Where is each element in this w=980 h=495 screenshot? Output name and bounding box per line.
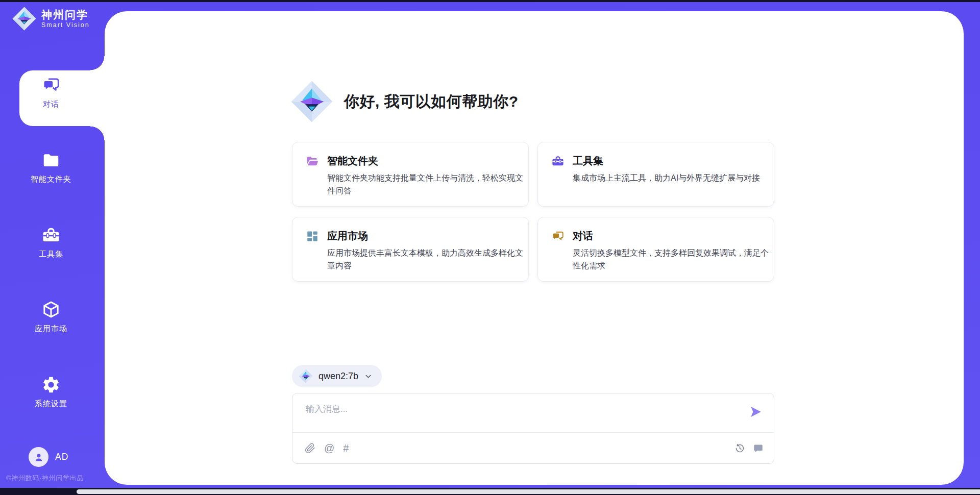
scrollbar-thumb[interactable] (77, 489, 980, 494)
grid-icon (306, 230, 319, 243)
app-window: 神州问学 Smart Vision 对话 智能文件夹 工具集 应用市场 系统设置… (0, 0, 980, 495)
brand-subtitle: Smart Vision (41, 21, 90, 29)
card-app-market[interactable]: 应用市场 应用市场提供丰富长文本模板，助力高效生成多样化文章内容 (292, 217, 529, 282)
paperclip-icon (305, 443, 315, 454)
sidebar-item-app-market[interactable]: 应用市场 (0, 300, 102, 334)
cube-icon (41, 300, 61, 319)
history-button[interactable] (734, 443, 745, 454)
tab-fillet-bottom (90, 126, 105, 140)
sidebar-item-label: 系统设置 (0, 399, 102, 409)
gear-icon (41, 375, 61, 394)
avatar (29, 447, 48, 467)
model-logo-icon (299, 369, 313, 383)
tab-fillet-top (90, 56, 105, 70)
sidebar-item-toolset[interactable]: 工具集 (0, 226, 102, 259)
card-desc: 灵活切换多模型文件，支持多样回复效果调试，满足个性化需求 (573, 246, 775, 272)
sidebar-item-chat[interactable]: 对话 (0, 76, 102, 109)
topic-button[interactable]: # (343, 443, 349, 453)
greeting-logo-icon (291, 81, 333, 122)
greeting-title: 你好, 我可以如何帮助你? (344, 91, 519, 112)
message-input[interactable] (292, 393, 774, 431)
chat-icon (551, 230, 565, 243)
sidebar-item-smart-folder[interactable]: 智能文件夹 (0, 151, 102, 184)
toolbox-icon (551, 155, 565, 168)
folder-open-icon (306, 155, 319, 168)
sidebar-item-label: 对话 (0, 100, 102, 109)
attach-file-button[interactable] (305, 443, 315, 454)
card-toolset[interactable]: 工具集 集成市场上主流工具，助力AI与外界无缝扩展与对接 (537, 142, 774, 207)
brand-logo-icon (12, 7, 36, 31)
feature-cards: 智能文件夹 智能文件夹功能支持批量文件上传与清洗，轻松实现文件问答 工具集 集成… (292, 142, 774, 282)
card-desc: 智能文件夹功能支持批量文件上传与清洗，轻松实现文件问答 (327, 171, 529, 197)
card-desc: 集成市场上主流工具，助力AI与外界无缝扩展与对接 (573, 171, 775, 184)
card-chat[interactable]: 对话 灵活切换多模型文件，支持多样回复效果调试，满足个性化需求 (537, 217, 774, 282)
person-icon (33, 451, 45, 463)
brand: 神州问学 Smart Vision (12, 7, 90, 31)
chevron-down-icon (364, 372, 373, 381)
card-title: 智能文件夹 (327, 154, 529, 167)
model-name: qwen2:7b (318, 371, 358, 382)
hash-icon: # (343, 443, 349, 453)
folder-icon (41, 151, 61, 170)
user-name: AD (55, 452, 68, 462)
comment-icon (753, 443, 764, 454)
mention-button[interactable]: @ (324, 443, 334, 453)
toolbox-icon (41, 226, 61, 245)
brand-name: 神州问学 (41, 9, 90, 21)
sidebar-item-label: 应用市场 (0, 324, 102, 334)
sidebar-item-label: 工具集 (0, 250, 102, 259)
composer: @ # (292, 393, 774, 464)
chat-icon (41, 76, 61, 95)
card-desc: 应用市场提供丰富长文本模板，助力高效生成多样化文章内容 (327, 246, 529, 272)
composer-toolbar: @ # (292, 433, 774, 463)
model-selector[interactable]: qwen2:7b (292, 365, 382, 387)
user-profile[interactable]: AD (29, 447, 68, 467)
card-smart-folder[interactable]: 智能文件夹 智能文件夹功能支持批量文件上传与清洗，轻松实现文件问答 (292, 142, 529, 207)
sidebar-item-settings[interactable]: 系统设置 (0, 375, 102, 409)
horizontal-scrollbar (0, 488, 980, 495)
history-icon (734, 443, 745, 454)
send-icon[interactable] (748, 404, 764, 419)
conversation-button[interactable] (753, 443, 764, 454)
card-title: 对话 (573, 229, 775, 242)
copyright: ©神州数码·神州问学出品 (6, 474, 118, 483)
greeting: 你好, 我可以如何帮助你? (291, 81, 519, 122)
card-title: 工具集 (573, 154, 775, 167)
card-title: 应用市场 (327, 229, 529, 242)
at-icon: @ (324, 443, 334, 453)
sidebar-item-label: 智能文件夹 (0, 175, 102, 184)
